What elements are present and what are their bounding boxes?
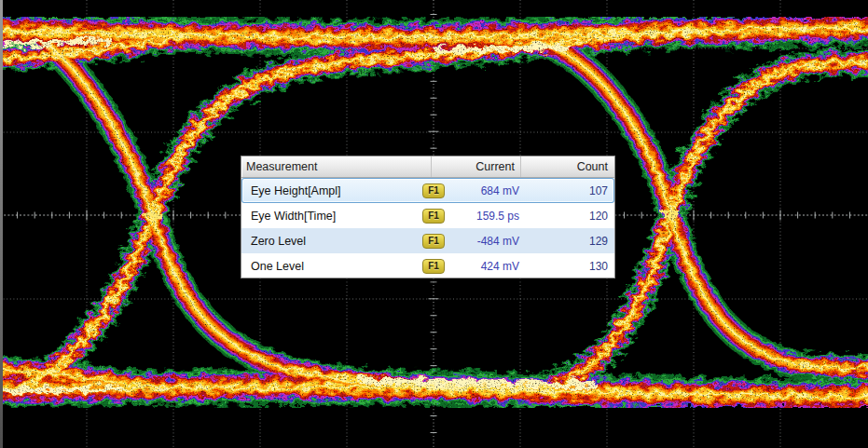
measurement-name: Eye Width[Time] bbox=[241, 210, 422, 223]
oscilloscope-screen: Measurement Current Count Eye Height[Amp… bbox=[0, 0, 868, 448]
f1-source-badge: F1 bbox=[422, 259, 445, 274]
f1-source-badge: F1 bbox=[422, 183, 445, 198]
measurement-panel: Measurement Current Count Eye Height[Amp… bbox=[241, 156, 615, 278]
measurement-row-zero-level[interactable]: Zero Level F1 -484 mV 129 bbox=[241, 228, 614, 253]
measurement-current-value: -484 mV bbox=[458, 235, 519, 248]
f1-source-badge: F1 bbox=[422, 209, 445, 224]
measurement-current-value: 424 mV bbox=[458, 260, 519, 273]
measurement-name: Zero Level bbox=[241, 235, 422, 248]
measurement-count: 107 bbox=[519, 184, 614, 197]
measurement-name: One Level bbox=[241, 260, 422, 273]
f1-source-badge: F1 bbox=[422, 234, 445, 249]
measurement-current-value: 684 mV bbox=[458, 184, 519, 197]
measurement-current-value: 159.5 ps bbox=[458, 210, 519, 223]
measurement-table-header: Measurement Current Count bbox=[241, 156, 614, 178]
screen-left-border bbox=[0, 0, 3, 448]
measurement-row-one-level[interactable]: One Level F1 424 mV 130 bbox=[241, 253, 614, 278]
column-header-count: Count bbox=[521, 156, 614, 177]
measurement-count: 120 bbox=[519, 210, 614, 223]
measurement-row-eye-width[interactable]: Eye Width[Time] F1 159.5 ps 120 bbox=[241, 203, 614, 228]
column-header-current: Current bbox=[432, 156, 521, 177]
measurement-name: Eye Height[Ampl] bbox=[241, 184, 422, 197]
measurement-row-eye-height[interactable]: Eye Height[Ampl] F1 684 mV 107 bbox=[241, 178, 614, 203]
measurement-count: 129 bbox=[519, 235, 614, 248]
measurement-count: 130 bbox=[519, 260, 614, 273]
column-header-measurement: Measurement bbox=[241, 156, 432, 177]
